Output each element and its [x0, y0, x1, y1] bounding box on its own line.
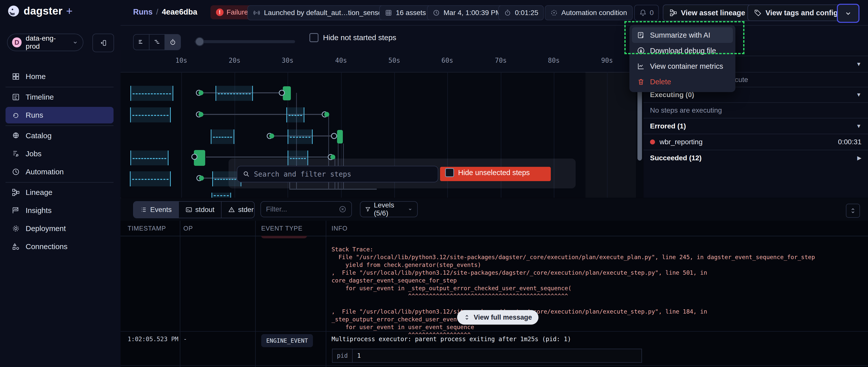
step-bar-queued[interactable]	[286, 107, 304, 123]
step-bar-queued[interactable]	[287, 129, 313, 144]
log-filter-input[interactable]: Filter...	[260, 201, 352, 217]
step-bar-queued[interactable]	[130, 171, 171, 187]
step-bar-queued[interactable]	[211, 129, 234, 144]
header-pill[interactable]: 0:01:25	[498, 5, 544, 20]
sidebar: dagster + D data-eng-prod HomeTimelineRu…	[0, 0, 121, 367]
deployment-selector[interactable]: D data-eng-prod	[7, 34, 83, 51]
sidebar-divider	[5, 182, 114, 182]
tab-stdout[interactable]: stdout	[179, 202, 221, 218]
axis-tick: 30s	[282, 57, 293, 64]
hide-unselected-checkbox[interactable]: Hide unselected steps	[445, 168, 530, 177]
waterfall-gantt-icon	[153, 39, 160, 46]
step-bar-queued[interactable]	[130, 86, 173, 101]
timeline-icon	[11, 93, 20, 101]
dependency-node[interactable]	[279, 90, 285, 96]
checkbox-icon[interactable]	[445, 168, 454, 177]
tag-icon	[754, 9, 762, 17]
gantt-highlight-band	[585, 72, 636, 198]
status-badge: ! Failure	[211, 5, 254, 19]
steps-section-header[interactable]: Succeeded (12)▶	[644, 150, 868, 166]
steps-section-header[interactable]: Errored (1)▼	[644, 118, 868, 134]
sidebar-item-runs[interactable]: Runs	[5, 107, 114, 124]
flat-mode-button[interactable]	[134, 35, 149, 50]
sidebar-item-insights[interactable]: Insights	[5, 202, 114, 219]
header-pill[interactable]: 16 assets	[379, 5, 432, 20]
waterfall-mode-button[interactable]	[149, 35, 165, 50]
header-pill[interactable]: Automation condition	[545, 5, 633, 20]
events-toolbar: Eventsstdoutstderr Filter... Levels (5/6…	[121, 198, 868, 221]
sidebar-item-lineage[interactable]: Lineage	[5, 184, 114, 201]
automation-icon	[11, 168, 20, 176]
slider-handle[interactable]	[195, 37, 204, 46]
run-actions-menu-button[interactable]	[837, 4, 860, 23]
view-full-message-button[interactable]: View full message	[457, 310, 538, 325]
dependency-node-done[interactable]	[324, 112, 329, 117]
hide-not-started-checkbox[interactable]: Hide not started steps	[309, 33, 396, 42]
dependency-line[interactable]	[289, 189, 377, 190]
breadcrumb-runs-link[interactable]: Runs	[133, 7, 153, 16]
step-search-input[interactable]: Search and filter steps	[237, 166, 438, 182]
log-tabs: Eventsstdoutstderr	[133, 201, 255, 218]
sidebar-item-connections[interactable]: Connections	[5, 238, 114, 255]
step-bar-queued[interactable]	[212, 193, 231, 198]
section-chevron-icon[interactable]: ▼	[856, 123, 862, 129]
menu-item-delete[interactable]: Delete	[632, 74, 733, 90]
gridline	[181, 72, 182, 198]
section-chevron-icon[interactable]: ▶	[857, 155, 862, 161]
home-icon	[11, 72, 20, 81]
dependency-node-done[interactable]	[199, 176, 204, 180]
section-chevron-icon[interactable]: ▼	[856, 92, 862, 98]
notifications-button[interactable]: 0	[634, 5, 659, 21]
lineage-icon	[11, 188, 20, 197]
menu-item-view-container-metrics[interactable]: View container metrics	[632, 59, 733, 74]
axis-tick: 50s	[389, 57, 400, 64]
dependency-node-done[interactable]	[198, 112, 204, 117]
expand-vertical-icon	[849, 207, 857, 214]
sidebar-item-catalog[interactable]: Catalog	[5, 127, 114, 144]
connections-icon	[11, 242, 20, 251]
step-bar-queued[interactable]	[130, 107, 171, 123]
gantt-time-axis: 10s20s30s40s50s60s70s80s90s	[121, 50, 643, 72]
gantt-chart[interactable]: 10s20s30s40s50s60s70s80s90s Search and f…	[121, 50, 643, 198]
dagster-logo: dagster +	[7, 4, 72, 18]
timed-mode-button[interactable]	[165, 35, 180, 50]
tab-events[interactable]: Events	[134, 202, 179, 218]
expand-log-button[interactable]	[846, 204, 860, 218]
dependency-node-done[interactable]	[269, 133, 274, 138]
chevron-down-icon	[408, 206, 413, 212]
section-chevron-icon[interactable]: ▼	[856, 61, 862, 67]
sidebar-item-automation[interactable]: Automation	[5, 164, 114, 180]
clear-filter-icon[interactable]	[339, 205, 346, 213]
step-bar-queued[interactable]	[216, 86, 253, 101]
view-asset-lineage-button[interactable]: View asset lineage	[663, 4, 752, 21]
header-pill[interactable]: Mar 4, 1:00:39 PM	[427, 5, 507, 20]
sidebar-item-deployment[interactable]: Deployment	[5, 220, 114, 237]
step-bar-success[interactable]	[337, 130, 343, 143]
dependency-node[interactable]	[331, 133, 337, 139]
dependency-node-done[interactable]	[198, 90, 204, 95]
tab-stderr[interactable]: stderr	[221, 202, 255, 218]
dependency-node[interactable]	[191, 154, 197, 160]
catalog-icon	[11, 131, 20, 140]
chevron-down-icon	[72, 39, 79, 46]
jobs-icon	[11, 149, 20, 158]
checkbox-icon[interactable]	[309, 33, 318, 42]
dependency-line[interactable]	[206, 157, 332, 158]
view-tags-config-button[interactable]: View tags and config	[747, 4, 844, 21]
header-pill[interactable]: Launched by default_aut…tion_sensor	[247, 5, 390, 20]
axis-tick: 40s	[335, 57, 347, 64]
dependency-line[interactable]	[200, 114, 326, 115]
sidebar-item-home[interactable]: Home	[5, 68, 114, 85]
event-log-table: TIMESTAMP OP EVENT TYPE INFO Stack Trace…	[121, 221, 868, 367]
collapse-sidebar-button[interactable]	[92, 34, 114, 52]
sidebar-item-jobs[interactable]: Jobs	[5, 145, 114, 162]
axis-tick: 20s	[229, 57, 241, 64]
sidebar-item-timeline[interactable]: Timeline	[5, 89, 114, 105]
gantt-zoom-slider[interactable]	[195, 40, 295, 43]
stopwatch-icon	[169, 39, 176, 46]
terminal-icon	[185, 206, 192, 213]
step-bar-queued[interactable]	[130, 151, 168, 165]
errored-step-row[interactable]: wbr_reporting0:00:31	[644, 134, 868, 150]
levels-dropdown[interactable]: Levels (5/6)	[360, 201, 418, 217]
gantt-mode-toggle	[133, 34, 181, 50]
